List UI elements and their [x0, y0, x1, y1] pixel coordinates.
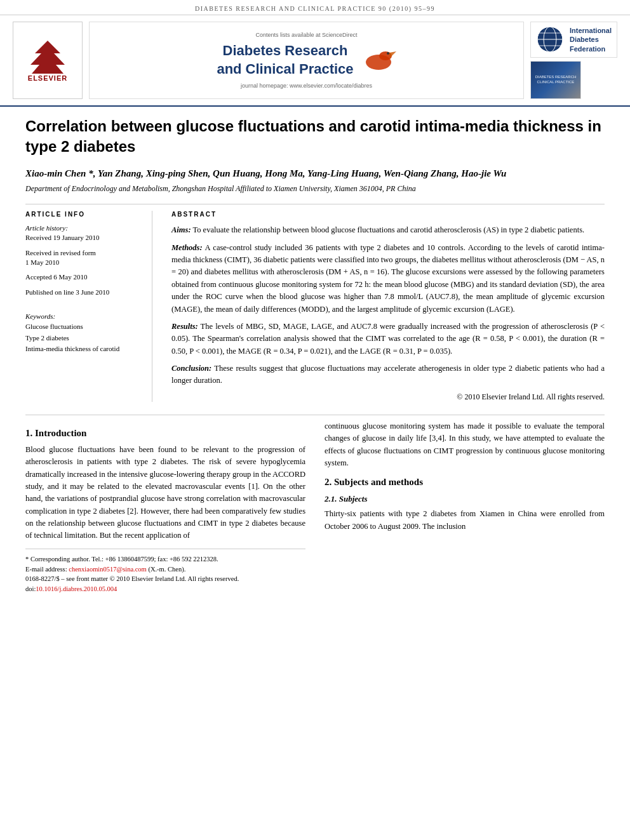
aims-text: To evaluate the relationship between blo… [192, 225, 584, 234]
intro-heading: 1. Introduction [25, 428, 305, 439]
abstract-results: Results: The levels of MBG, SD, MAGE, LA… [171, 321, 605, 357]
keywords-label: Keywords: [25, 312, 139, 320]
intro-title: Introduction [35, 428, 86, 438]
conclusion-label: Conclusion: [171, 364, 211, 373]
journal-center-info: Contents lists available at ScienceDirec… [89, 22, 524, 99]
history-label: Article history: [25, 224, 139, 232]
doi-link[interactable]: 10.1016/j.diabres.2010.05.004 [36, 585, 117, 592]
bird-icon [361, 46, 396, 75]
journal-header: ELSEVIER Contents lists available at Sci… [0, 15, 630, 107]
elsevier-label: ELSEVIER [28, 74, 67, 82]
conclusion-text: These results suggest that glucose fluct… [171, 364, 605, 385]
drcp-thumb-label: DIABETES RESEARCH CLINICAL PRACTICE [533, 75, 579, 85]
right-logos: InternationalDiabetesFederation DIABETES… [530, 22, 617, 99]
keyword-1: Glucose fluctuations [25, 321, 139, 333]
drcp-thumbnail: DIABETES RESEARCH CLINICAL PRACTICE [530, 61, 581, 99]
authors: Xiao-min Chen *, Yan Zhang, Xing-ping Sh… [25, 166, 605, 181]
sub-number: 2.1. [325, 494, 337, 503]
subjects-para1: Thirty-six patients with type 2 diabetes… [325, 508, 605, 533]
results-text: The levels of MBG, SD, MAGE, LAGE, and A… [171, 322, 605, 356]
intro-number: 1. [25, 428, 32, 438]
body-two-col: 1. Introduction Blood glucose fluctuatio… [25, 420, 605, 594]
divider-2 [25, 415, 605, 415]
subjects-title: Subjects and methods [334, 477, 423, 487]
footnotes: * Corresponding author. Tel.: +86 138604… [25, 549, 305, 594]
introduction-col: 1. Introduction Blood glucose fluctuatio… [25, 420, 305, 594]
accepted-date: Accepted 6 May 2010 [25, 272, 139, 282]
subjects-col: continuous glucose monitoring system has… [325, 420, 605, 594]
subjects-heading: 2. Subjects and methods [325, 477, 605, 488]
aims-label: Aims: [171, 225, 191, 234]
info-abstract-section: ARTICLE INFO Article history: Received 1… [25, 211, 605, 402]
email-note: E-mail address: chenxiaomin0517@sina.com… [25, 564, 305, 575]
email-suffix: (X.-m. Chen). [148, 566, 185, 573]
abstract-heading: ABSTRACT [171, 211, 605, 218]
abstract-aims: Aims: To evaluate the relationship betwe… [171, 224, 605, 236]
methods-text: A case-control study included 36 patient… [171, 243, 605, 314]
received-date: Received 19 January 2010 [25, 233, 139, 243]
issn-note: 0168-8227/$ – see front matter © 2010 El… [25, 574, 305, 584]
sciencedirect-line: Contents lists available at ScienceDirec… [255, 32, 357, 38]
corresponding-note: * Corresponding author. Tel.: +86 138604… [25, 554, 305, 564]
abstract-copyright: © 2010 Elsevier Ireland Ltd. All rights … [171, 392, 605, 402]
doi-note: doi:10.1016/j.diabres.2010.05.004 [25, 584, 305, 594]
corresponding-text: * Corresponding author. Tel.: +86 138604… [25, 556, 218, 563]
affiliation: Department of Endocrinology and Metaboli… [25, 184, 605, 194]
journal-bar-text: DIABETES RESEARCH AND CLINICAL PRACTICE … [195, 5, 435, 12]
idf-text: InternationalDiabetesFederation [570, 26, 612, 53]
intro-para1: Blood glucose fluctuations have been fou… [25, 444, 305, 542]
divider-1 [25, 204, 605, 204]
svg-point-5 [387, 52, 389, 55]
article-content: Correlation between glucose fluctuations… [0, 107, 630, 607]
journal-title-header: Diabetes Researchand Clinical Practice [217, 42, 353, 78]
elsevier-tree-icon [25, 39, 70, 74]
abstract-column: ABSTRACT Aims: To evaluate the relations… [171, 211, 605, 402]
email-label: E-mail address: [25, 566, 67, 573]
globe-icon [536, 25, 565, 54]
article-info-heading: ARTICLE INFO [25, 211, 139, 218]
abstract-conclusion: Conclusion: These results suggest that g… [171, 363, 605, 387]
methods-label: Methods: [171, 243, 203, 252]
subjects-number: 2. [325, 477, 332, 487]
sub-title: Subjects [339, 494, 368, 503]
subjects-subheading: 2.1. Subjects [325, 494, 605, 504]
abstract-methods: Methods: A case-control study included 3… [171, 242, 605, 316]
idf-box: InternationalDiabetesFederation [530, 22, 617, 58]
results-label: Results: [171, 322, 198, 331]
article-info-column: ARTICLE INFO Article history: Received 1… [25, 211, 152, 402]
keyword-3: Intima-media thickness of carotid [25, 343, 139, 355]
elsevier-logo-box: ELSEVIER [13, 22, 83, 99]
keywords-list: Glucose fluctuations Type 2 diabetes Int… [25, 321, 139, 355]
keyword-2: Type 2 diabetes [25, 333, 139, 344]
svg-marker-4 [389, 51, 396, 58]
journal-homepage: journal homepage: www.elsevier.com/locat… [241, 83, 372, 89]
journal-bar: DIABETES RESEARCH AND CLINICAL PRACTICE … [0, 0, 630, 15]
intro-para1-right: continuous glucose monitoring system has… [325, 420, 605, 470]
article-title: Correlation between glucose fluctuations… [25, 116, 605, 157]
received-revised: Received in revised form1 May 2010 [25, 248, 139, 268]
email-address: chenxiaomin0517@sina.com [69, 566, 147, 573]
published-date: Published on line 3 June 2010 [25, 288, 139, 297]
authors-text: Xiao-min Chen *, Yan Zhang, Xing-ping Sh… [25, 168, 506, 178]
